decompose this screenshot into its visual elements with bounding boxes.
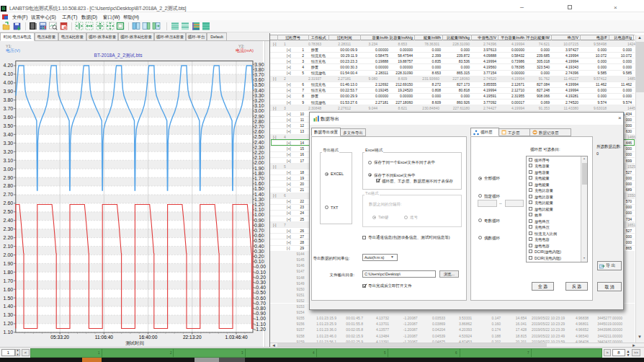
svg-text:2.40: 2.40 [4,218,14,223]
svg-text:!: ! [65,26,66,30]
svg-text:3.60: 3.60 [254,77,264,82]
svg-text:3.00: 3.00 [254,108,264,113]
svg-text:3.50: 3.50 [4,123,14,128]
svg-text:1.90: 1.90 [254,166,264,171]
svg-text:2.50: 2.50 [4,209,14,214]
svg-text:16:40:00: 16:40:00 [139,335,158,340]
svg-text:3.10: 3.10 [254,103,264,108]
svg-text:3.30: 3.30 [4,141,14,146]
svg-text:2.10: 2.10 [254,155,264,160]
svg-text:-0.40: -0.40 [254,285,266,290]
svg-text:3.00: 3.00 [4,167,14,172]
svg-text:-0.90: -0.90 [254,311,266,316]
svg-text:测试时间: 测试时间 [125,340,144,346]
svg-text:-0.70: -0.70 [254,301,266,306]
svg-text:4.00: 4.00 [4,80,14,85]
svg-text:2.00: 2.00 [254,160,264,165]
svg-text:2.90: 2.90 [4,175,14,180]
svg-text:0.90: 0.90 [254,218,264,223]
svg-text:1.40: 1.40 [4,304,14,309]
svg-text:-1.10: -1.10 [254,322,266,327]
svg-text:22:13:20: 22:13:20 [183,335,202,340]
svg-text:3.40: 3.40 [254,88,264,93]
svg-text:3.60: 3.60 [4,115,14,120]
svg-text:3.20: 3.20 [254,98,264,103]
svg-text:3.80: 3.80 [254,67,264,72]
svg-text:11:06:40: 11:06:40 [95,335,114,340]
svg-text:-0.20: -0.20 [254,275,266,280]
svg-text:1.70: 1.70 [254,176,264,181]
svg-text:0.10: 0.10 [254,259,264,264]
svg-text:1.00: 1.00 [254,212,264,217]
svg-text:2.60: 2.60 [4,200,14,206]
svg-text:0.50: 0.50 [254,238,264,243]
svg-text:3.90: 3.90 [4,89,14,94]
svg-text:0.30: 0.30 [254,249,264,254]
svg-text:-0.60: -0.60 [254,296,266,301]
svg-text:2.80: 2.80 [4,183,14,188]
svg-text:-0.30: -0.30 [254,280,266,285]
svg-text:0.70: 0.70 [254,228,264,233]
svg-text:-1.00: -1.00 [254,316,266,321]
svg-text:1.60: 1.60 [4,287,14,292]
svg-text:2.80: 2.80 [254,119,264,124]
svg-text:-1.20: -1.20 [254,327,266,332]
svg-text:1.40: 1.40 [254,192,264,197]
svg-text:3.10: 3.10 [4,158,14,163]
svg-text:2.40: 2.40 [254,140,264,145]
svg-text:1.60: 1.60 [254,181,264,186]
svg-text:3.30: 3.30 [254,93,264,98]
svg-text:0.40: 0.40 [254,244,264,249]
svg-text:1.10: 1.10 [254,207,264,212]
svg-text:1.03:46:40: 1.03:46:40 [225,335,247,340]
svg-text:0.60: 0.60 [254,233,264,238]
svg-text:4.10: 4.10 [4,71,14,76]
svg-text:05:33:20: 05:33:20 [50,335,69,340]
svg-text:1.30: 1.30 [254,197,264,202]
svg-text:1.20: 1.20 [4,321,14,326]
svg-text:3.50: 3.50 [254,82,264,87]
svg-text:2.70: 2.70 [4,192,14,197]
svg-text:4.20: 4.20 [4,63,14,68]
svg-text:1.70: 1.70 [4,278,14,283]
svg-text:-0.10: -0.10 [254,270,266,275]
svg-text:2.70: 2.70 [254,124,264,129]
svg-text:-0.50: -0.50 [254,290,266,295]
svg-text:2.30: 2.30 [4,226,14,231]
svg-text:2.20: 2.20 [4,235,14,240]
svg-text:1.30: 1.30 [4,312,14,317]
svg-text:2.60: 2.60 [254,129,264,134]
svg-text:1.20: 1.20 [254,202,264,207]
svg-text:0.20: 0.20 [254,254,264,259]
svg-text:2.50: 2.50 [254,134,264,139]
svg-text:-0.80: -0.80 [254,306,266,311]
svg-text:1.50: 1.50 [254,186,264,191]
svg-text:-0.00: -0.00 [254,264,266,269]
svg-text:电压(V): 电压(V) [6,48,20,53]
svg-text:2.20: 2.20 [254,150,264,155]
svg-text:2.00: 2.00 [4,252,14,257]
svg-text:3.70: 3.70 [4,106,14,111]
svg-text:3.20: 3.20 [4,149,14,154]
svg-text:BT-2018A_2_2测试.bts: BT-2018A_2_2测试.bts [94,53,143,58]
svg-text:3.70: 3.70 [254,72,264,77]
svg-text:3.80: 3.80 [4,97,14,102]
svg-text:3.90: 3.90 [254,62,264,67]
svg-text:1.10: 1.10 [4,330,14,335]
svg-text:1.50: 1.50 [4,296,14,301]
svg-text:电流(mA): 电流(mA) [236,48,254,53]
svg-text:2.10: 2.10 [4,244,14,249]
svg-text:1.80: 1.80 [4,270,14,275]
svg-text:2.30: 2.30 [254,145,264,150]
svg-text:2.90: 2.90 [254,114,264,119]
svg-text:0.80: 0.80 [254,223,264,228]
svg-text:1.90: 1.90 [4,261,14,266]
svg-text:1.80: 1.80 [254,171,264,176]
svg-text:3.40: 3.40 [4,132,14,137]
